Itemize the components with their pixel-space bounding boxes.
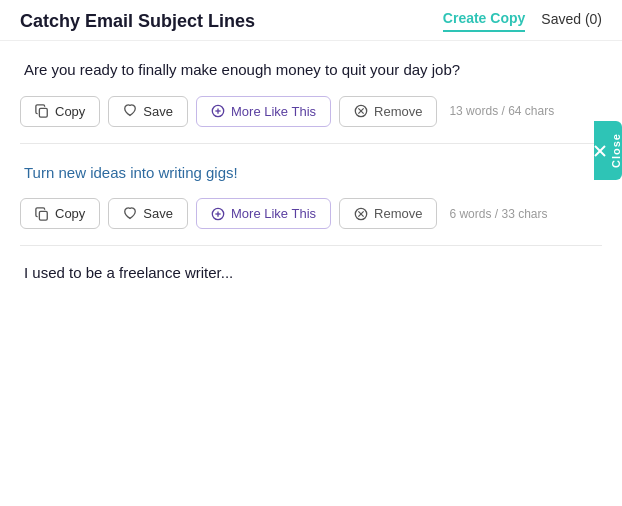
- copy-icon-2: [35, 207, 49, 221]
- close-label: Close: [610, 133, 622, 168]
- result-item-3: I used to be a freelance writer...: [20, 246, 602, 281]
- remove-icon-1: [354, 104, 368, 118]
- result-text-1: Are you ready to finally make enough mon…: [20, 59, 602, 82]
- result-item-1: Are you ready to finally make enough mon…: [20, 41, 602, 144]
- result-text-3: I used to be a freelance writer...: [20, 264, 602, 281]
- plus-circle-icon-2: [211, 207, 225, 221]
- save-label-1: Save: [143, 104, 173, 119]
- remove-label-2: Remove: [374, 206, 422, 221]
- plus-circle-icon-1: [211, 104, 225, 118]
- header-tabs: Create Copy Saved (0): [443, 10, 602, 32]
- remove-label-1: Remove: [374, 104, 422, 119]
- more-like-this-button-1[interactable]: More Like This: [196, 96, 331, 127]
- more-like-this-button-2[interactable]: More Like This: [196, 198, 331, 229]
- save-button-2[interactable]: Save: [108, 198, 188, 229]
- remove-icon-2: [354, 207, 368, 221]
- copy-button-2[interactable]: Copy: [20, 198, 100, 229]
- copy-icon-1: [35, 104, 49, 118]
- actions-row-2: Copy Save More Like This: [20, 198, 602, 229]
- result-item-2: Turn new ideas into writing gigs! Copy S…: [20, 144, 602, 247]
- tab-create-copy[interactable]: Create Copy: [443, 10, 525, 32]
- result-text-2: Turn new ideas into writing gigs!: [20, 162, 602, 185]
- more-like-this-label-2: More Like This: [231, 206, 316, 221]
- actions-row-1: Copy Save More Like This: [20, 96, 602, 127]
- copy-button-1[interactable]: Copy: [20, 96, 100, 127]
- main-content: Close Are you ready to finally make enou…: [0, 41, 622, 281]
- word-count-1: 13 words / 64 chars: [449, 104, 554, 118]
- remove-button-2[interactable]: Remove: [339, 198, 437, 229]
- word-count-2: 6 words / 33 chars: [449, 207, 547, 221]
- page-title: Catchy Email Subject Lines: [20, 11, 255, 32]
- heart-icon-1: [123, 104, 137, 118]
- header: Catchy Email Subject Lines Create Copy S…: [0, 0, 622, 41]
- heart-icon-2: [123, 207, 137, 221]
- close-icon: [594, 144, 606, 156]
- copy-label-2: Copy: [55, 206, 85, 221]
- save-label-2: Save: [143, 206, 173, 221]
- close-tab[interactable]: Close: [594, 121, 622, 180]
- remove-button-1[interactable]: Remove: [339, 96, 437, 127]
- copy-label-1: Copy: [55, 104, 85, 119]
- tab-saved[interactable]: Saved (0): [541, 11, 602, 31]
- svg-rect-2: [39, 108, 47, 117]
- svg-rect-9: [39, 211, 47, 220]
- save-button-1[interactable]: Save: [108, 96, 188, 127]
- more-like-this-label-1: More Like This: [231, 104, 316, 119]
